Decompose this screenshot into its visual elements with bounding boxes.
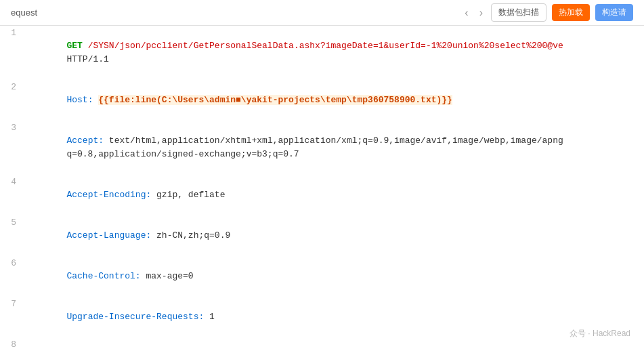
host-key: Host:: [66, 95, 98, 105]
cache-control-value: max-age=0: [146, 271, 193, 281]
accept-encoding-key: Accept-Encoding:: [66, 190, 156, 200]
nav-next-button[interactable]: ›: [477, 5, 486, 20]
line-content-3: Accept: text/html,application/xhtml+xml,…: [24, 121, 644, 175]
line-num-2: 2: [0, 80, 24, 94]
line-content-2: Host: {{file:line(C:\Users\admin■\yakit-…: [24, 80, 644, 121]
line-num-7: 7: [0, 297, 24, 311]
code-line-6: 6 Cache-Control: max-age=0: [0, 256, 644, 297]
code-line-7: 7 Upgrade-Insecure-Requests: 1: [0, 297, 644, 337]
line-content-1: GET /SYSN/json/pcclient/GetPersonalSealD…: [24, 26, 644, 80]
line-num-3: 3: [0, 121, 24, 135]
accept-language-key: Accept-Language:: [66, 230, 156, 241]
line-content-7: Upgrade-Insecure-Requests: 1: [24, 297, 644, 337]
watermark: 众号 · HackRead: [570, 328, 630, 339]
toolbar-right: ‹ › 数据包扫描 热加载 构造请: [462, 3, 633, 22]
code-line-8: 8 User-Agent: Mozilla/5.0 (Windows NT·10…: [0, 337, 644, 353]
line-num-6: 6: [0, 256, 24, 270]
code-area: 1 GET /SYSN/json/pcclient/GetPersonalSea…: [0, 26, 644, 353]
http-version: HTTP/1.1: [66, 54, 108, 64]
reload-button[interactable]: 热加载: [552, 4, 590, 21]
accept-key: Accept:: [66, 136, 108, 146]
line-num-8: 8: [0, 337, 24, 352]
accept-language-value: zh-CN,zh;q=0.9: [156, 230, 230, 241]
cache-control-key: Cache-Control:: [66, 271, 146, 281]
line-content-6: Cache-Control: max-age=0: [24, 256, 644, 297]
toolbar: equest ‹ › 数据包扫描 热加载 构造请: [0, 0, 644, 26]
nav-prev-button[interactable]: ‹: [462, 5, 471, 20]
scan-button[interactable]: 数据包扫描: [491, 3, 546, 22]
code-line-5: 5 Accept-Language: zh-CN,zh;q=0.9: [0, 215, 644, 256]
upgrade-insecure-key: Upgrade-Insecure-Requests:: [66, 312, 209, 322]
http-method: GET: [66, 41, 82, 51]
line-num-4: 4: [0, 175, 24, 189]
host-template-value: {{file:line(C:\Users\admin■\yakit-projec…: [98, 95, 452, 105]
upgrade-insecure-value: 1: [209, 312, 215, 322]
struct-button[interactable]: 构造请: [595, 4, 633, 21]
code-line-4: 4 Accept-Encoding: gzip, deflate: [0, 175, 644, 215]
line-num-5: 5: [0, 215, 24, 230]
line-content-8: User-Agent: Mozilla/5.0 (Windows NT·10.0…: [24, 337, 644, 353]
line-content-4: Accept-Encoding: gzip, deflate: [24, 175, 644, 215]
line-content-5: Accept-Language: zh-CN,zh;q=0.9: [24, 215, 644, 256]
code-line-3: 3 Accept: text/html,application/xhtml+xm…: [0, 121, 644, 175]
accept-encoding-value: gzip, deflate: [156, 190, 225, 200]
code-line-1: 1 GET /SYSN/json/pcclient/GetPersonalSea…: [0, 26, 644, 80]
toolbar-left: equest: [11, 7, 37, 18]
line-num-1: 1: [0, 26, 24, 40]
main-container: equest ‹ › 数据包扫描 热加载 构造请 1 GET /SYSN/jso…: [0, 0, 644, 353]
code-line-2: 2 Host: {{file:line(C:\Users\admin■\yaki…: [0, 80, 644, 121]
toolbar-title: equest: [11, 7, 37, 18]
